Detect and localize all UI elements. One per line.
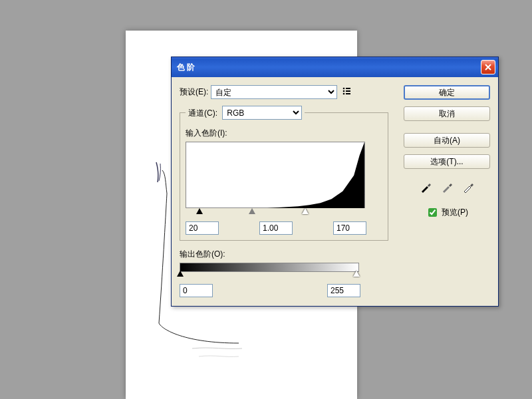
highlight-input[interactable]	[333, 221, 366, 235]
svg-point-0	[343, 88, 345, 90]
shadow-input[interactable]	[186, 221, 219, 235]
svg-rect-1	[346, 88, 350, 89]
midtone-input[interactable]	[259, 221, 293, 235]
preset-select[interactable]: 自定	[211, 85, 337, 99]
output-slider-track	[180, 272, 359, 280]
output-low-input[interactable]	[180, 284, 213, 297]
output-levels-label: 输出色阶(O):	[180, 249, 388, 260]
preset-menu-icon[interactable]	[341, 86, 352, 98]
input-levels-label: 输入色阶(I):	[186, 128, 382, 139]
levels-dialog: 色 阶 预设(E): 自定 通道(C): RGB	[171, 57, 499, 307]
preview-checkbox[interactable]	[428, 208, 437, 217]
dialog-title: 色 阶	[177, 62, 481, 73]
histogram	[186, 142, 365, 208]
cancel-button[interactable]: 取消	[404, 106, 490, 121]
options-button[interactable]: 选项(T)...	[404, 154, 490, 169]
preset-label: 预设(E):	[180, 86, 208, 98]
channel-label: 通道(C):	[188, 108, 217, 119]
channel-fieldset: 通道(C): RGB 输入色阶(I):	[180, 106, 388, 241]
midtone-slider[interactable]	[249, 208, 255, 214]
auto-button[interactable]: 自动(A)	[404, 133, 490, 148]
output-high-input[interactable]	[327, 284, 360, 297]
svg-point-2	[343, 90, 345, 92]
input-slider-track	[186, 209, 365, 217]
close-button[interactable]	[481, 60, 495, 74]
white-point-eyedropper-icon[interactable]	[462, 181, 475, 194]
black-point-eyedropper-icon[interactable]	[419, 181, 432, 194]
highlight-slider[interactable]	[302, 208, 309, 214]
svg-rect-3	[346, 90, 350, 92]
gray-point-eyedropper-icon[interactable]	[440, 181, 454, 194]
output-low-slider[interactable]	[177, 271, 184, 277]
svg-rect-5	[346, 93, 350, 94]
output-gradient	[180, 263, 359, 272]
titlebar[interactable]: 色 阶	[172, 57, 498, 77]
svg-point-4	[343, 93, 345, 95]
shadow-slider[interactable]	[196, 208, 203, 214]
ok-button[interactable]: 确定	[404, 85, 490, 100]
output-high-slider[interactable]	[353, 271, 360, 277]
channel-select[interactable]: RGB	[222, 106, 302, 120]
preview-label: 预览(P)	[442, 207, 468, 218]
